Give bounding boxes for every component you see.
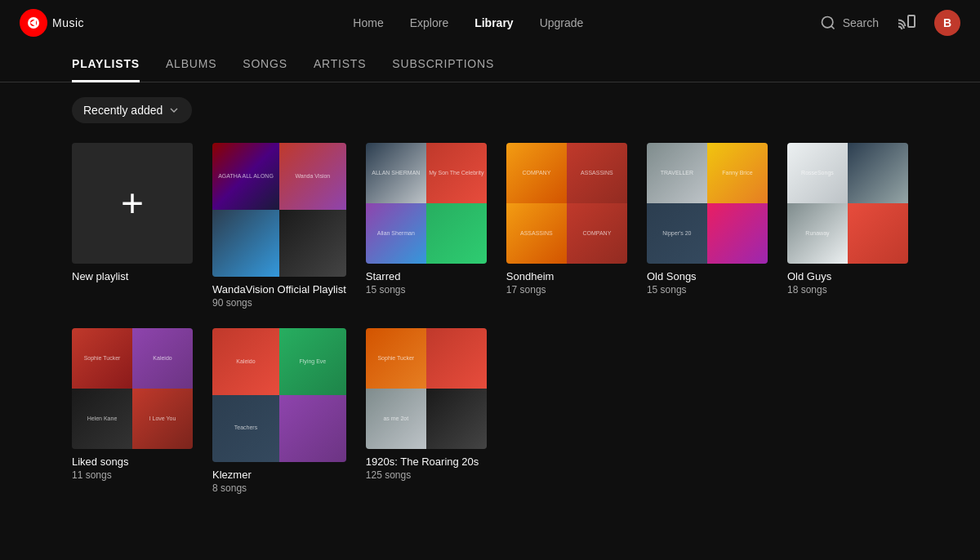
logo-text: Music	[52, 16, 84, 29]
thumb-cell	[707, 203, 768, 264]
filter-label: Recently added	[83, 104, 163, 117]
user-avatar[interactable]: B	[934, 10, 960, 36]
tab-songs[interactable]: SONGS	[243, 46, 287, 82]
oldguys-thumb: RosseSongs Runaway	[787, 143, 908, 264]
thumb-cell: Wanda Vision	[279, 143, 346, 210]
playlist-info: Klezmer 8 songs	[212, 469, 346, 494]
playlist-info: 1920s: The Roaring 20s 125 songs	[366, 456, 487, 481]
thumb-cell: Helen Kane	[72, 389, 132, 449]
thumb-cell: COMPANY	[567, 203, 627, 264]
playlist-name: Liked songs	[72, 456, 193, 468]
playlist-info: Old Guys 18 songs	[787, 270, 908, 296]
starred-thumb: ALLAN SHERMAN My Son The Celebrity Allan…	[366, 143, 487, 264]
svg-line-5	[831, 26, 835, 29]
chevron-down-icon	[167, 104, 180, 117]
playlist-count: 17 songs	[506, 284, 627, 296]
main-nav: Home Explore Library Upgrade	[117, 16, 820, 29]
playlist-info: New playlist	[72, 270, 193, 282]
playlist-name: WandaVision Official Playlist	[212, 283, 346, 296]
thumb-cell: Kaleido	[132, 328, 193, 389]
playlist-info: Sondheim 17 songs	[506, 270, 627, 296]
tab-subscriptions[interactable]: SUBSCRIPTIONS	[392, 46, 494, 82]
nav-explore[interactable]: Explore	[410, 16, 448, 29]
cast-icon	[897, 13, 916, 33]
playlist-count: 15 songs	[366, 284, 487, 296]
playlist-name: Sondheim	[506, 270, 627, 282]
liked-songs-card[interactable]: Sophie Tucker Kaleido Helen Kane I Love …	[72, 328, 193, 494]
thumb-cell: Kaleido	[212, 328, 279, 395]
oldsongs-thumb: TRAVELLER Fanny Brice Nipper's 20	[647, 143, 768, 264]
new-playlist-card[interactable]: + New playlist	[72, 143, 193, 309]
thumb-cell: RosseSongs	[787, 143, 848, 203]
klezmer-thumb: Kaleido Flying Eve Teachers	[212, 328, 346, 462]
sondheim-card[interactable]: COMPANY ASSASSINS ASSASSINS COMPANY Sond…	[506, 143, 627, 309]
logo-area[interactable]: Music	[20, 9, 84, 37]
svg-rect-6	[908, 16, 915, 27]
thumb-cell	[426, 389, 487, 449]
playlist-name: Starred	[366, 270, 487, 282]
thumb-cell: Sophie Tucker	[366, 328, 426, 389]
tab-albums[interactable]: ALBUMS	[166, 46, 216, 82]
thumb-cell	[279, 210, 346, 277]
playlist-info: Starred 15 songs	[366, 270, 487, 296]
cast-button[interactable]	[895, 11, 918, 34]
tab-playlists[interactable]: PLAYLISTS	[72, 46, 140, 82]
liked-songs-thumb: Sophie Tucker Kaleido Helen Kane I Love …	[72, 328, 193, 449]
library-tabs: PLAYLISTS ALBUMS SONGS ARTISTS SUBSCRIPT…	[0, 46, 980, 82]
tab-artists[interactable]: ARTISTS	[314, 46, 366, 82]
playlist-name: Klezmer	[212, 469, 346, 481]
playlist-count: 8 songs	[212, 482, 346, 494]
header-right: Search B	[820, 10, 960, 36]
1920s-card[interactable]: Sophie Tucker as me 2ot 1920s: The Roari…	[366, 328, 487, 494]
thumb-cell	[426, 328, 487, 389]
thumb-cell: Runaway	[787, 203, 848, 264]
playlist-count: 15 songs	[647, 284, 768, 296]
thumb-cell: My Son The Celebrity	[426, 143, 487, 203]
thumb-cell: Allan Sherman	[366, 203, 426, 264]
playlist-name: New playlist	[72, 270, 193, 282]
playlist-info: Old Songs 15 songs	[647, 270, 768, 296]
sondheim-thumb: COMPANY ASSASSINS ASSASSINS COMPANY	[506, 143, 627, 264]
playlist-count: 11 songs	[72, 469, 193, 481]
oldguys-card[interactable]: RosseSongs Runaway Old Guys 18 songs	[787, 143, 908, 309]
starred-card[interactable]: ALLAN SHERMAN My Son The Celebrity Allan…	[366, 143, 487, 309]
thumb-cell	[848, 143, 908, 203]
svg-point-4	[822, 17, 832, 28]
playlist-name: Old Songs	[647, 270, 768, 282]
thumb-cell: COMPANY	[506, 143, 567, 203]
app-header: Music Home Explore Library Upgrade Searc…	[0, 0, 980, 46]
thumb-cell	[426, 203, 487, 264]
search-area[interactable]: Search	[820, 15, 879, 31]
thumb-cell: Fanny Brice	[707, 143, 768, 203]
wandavision-thumb: AGATHA ALL ALONG Wanda Vision	[212, 143, 346, 277]
thumb-cell: ASSASSINS	[567, 143, 627, 203]
playlist-count: 125 songs	[366, 469, 487, 481]
klezmer-card[interactable]: Kaleido Flying Eve Teachers Klezmer 8 so…	[212, 328, 346, 494]
sort-filter-button[interactable]: Recently added	[72, 97, 192, 123]
thumb-cell: Teachers	[212, 395, 279, 462]
thumb-cell: Nipper's 20	[647, 203, 707, 264]
1920s-thumb: Sophie Tucker as me 2ot	[366, 328, 487, 449]
thumb-cell: I Love You	[132, 389, 193, 449]
search-label[interactable]: Search	[843, 16, 879, 29]
filter-area: Recently added	[0, 82, 980, 133]
thumb-cell: Sophie Tucker	[72, 328, 132, 389]
playlist-info: WandaVision Official Playlist 90 songs	[212, 283, 346, 309]
thumb-cell	[212, 210, 279, 277]
playlist-count: 90 songs	[212, 297, 346, 309]
thumb-cell: TRAVELLER	[647, 143, 707, 203]
search-icon	[820, 15, 836, 31]
playlist-grid: + New playlist AGATHA ALL ALONG Wanda Vi…	[0, 133, 980, 513]
nav-library[interactable]: Library	[474, 16, 513, 29]
plus-icon: +	[121, 184, 144, 223]
thumb-cell: Flying Eve	[279, 328, 346, 395]
nav-upgrade[interactable]: Upgrade	[540, 16, 584, 29]
thumb-cell: as me 2ot	[366, 389, 426, 449]
oldsongs-card[interactable]: TRAVELLER Fanny Brice Nipper's 20 Old So…	[647, 143, 768, 309]
playlist-count: 18 songs	[787, 284, 908, 296]
playlist-info: Liked songs 11 songs	[72, 456, 193, 481]
wandavision-card[interactable]: AGATHA ALL ALONG Wanda Vision WandaVisio…	[212, 143, 346, 309]
nav-home[interactable]: Home	[353, 16, 383, 29]
thumb-cell: AGATHA ALL ALONG	[212, 143, 279, 210]
thumb-cell	[279, 395, 346, 462]
